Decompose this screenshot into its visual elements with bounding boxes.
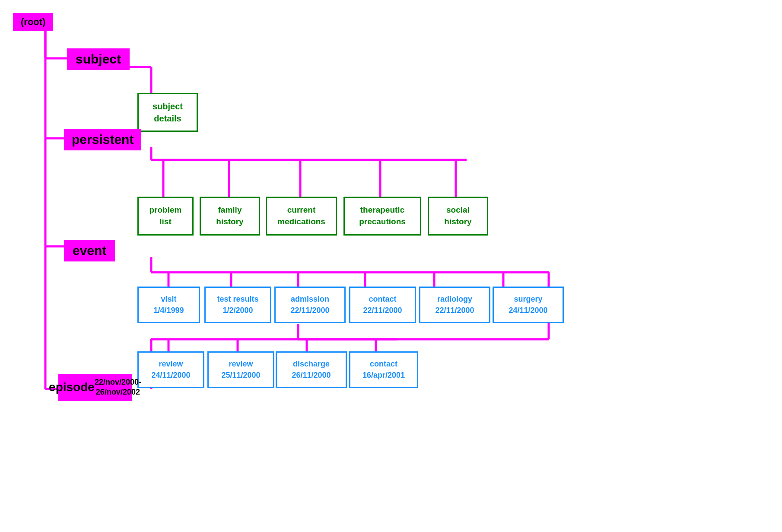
admission-label: admission22/11/2000 [290, 294, 329, 315]
event-node: event [64, 240, 115, 261]
review2-label: review25/11/2000 [221, 359, 260, 380]
episode-node: episode 22/nov/2000-26/nov/2002 [58, 374, 132, 401]
subject-label: subject [76, 52, 121, 67]
family-history-label: familyhistory [216, 204, 243, 227]
review1-node: review24/11/2000 [137, 351, 204, 388]
admission-node: admission22/11/2000 [274, 287, 346, 323]
episode-label: episode [49, 379, 95, 395]
current-medications-label: currentmedications [277, 204, 325, 227]
social-history-node: socialhistory [428, 197, 488, 236]
contact2-node: contact16/apr/2001 [349, 351, 418, 388]
root-label: (root) [21, 16, 45, 28]
root-node: (root) [13, 13, 53, 31]
radiology-label: radiology22/11/2000 [435, 294, 474, 315]
test-results-label: test results1/2/2000 [217, 294, 258, 315]
surgery-node: surgery24/11/2000 [493, 287, 564, 323]
persistent-label: persistent [72, 132, 134, 147]
visit-node: visit1/4/1999 [137, 287, 200, 323]
episode-dates: 22/nov/2000-26/nov/2002 [95, 377, 141, 398]
current-medications-node: currentmedications [266, 197, 337, 236]
persistent-node: persistent [64, 129, 141, 150]
problem-list-node: problemlist [137, 197, 194, 236]
subject-node: subject [67, 48, 130, 70]
discharge-label: discharge26/11/2000 [292, 359, 331, 380]
test-results-node: test results1/2/2000 [204, 287, 271, 323]
therapeutic-precautions-node: therapeuticprecautions [343, 197, 421, 236]
review2-node: review25/11/2000 [207, 351, 274, 388]
radiology-node: radiology22/11/2000 [419, 287, 490, 323]
subject-details-label: subjectdetails [153, 100, 183, 124]
contact1-node: contact22/11/2000 [349, 287, 416, 323]
subject-details-node: subjectdetails [137, 93, 198, 132]
event-label: event [73, 243, 106, 258]
contact2-label: contact16/apr/2001 [362, 359, 405, 380]
family-history-node: familyhistory [200, 197, 260, 236]
tree-diagram: (root) subject subjectdetails persistent… [0, 0, 782, 532]
connector-lines [0, 0, 782, 532]
discharge-node: discharge26/11/2000 [276, 351, 347, 388]
surgery-label: surgery24/11/2000 [509, 294, 547, 315]
therapeutic-precautions-label: therapeuticprecautions [359, 204, 406, 227]
visit-label: visit1/4/1999 [153, 294, 184, 315]
contact1-label: contact22/11/2000 [363, 294, 402, 315]
review1-label: review24/11/2000 [151, 359, 190, 380]
problem-list-label: problemlist [149, 204, 182, 227]
social-history-label: socialhistory [444, 204, 471, 227]
